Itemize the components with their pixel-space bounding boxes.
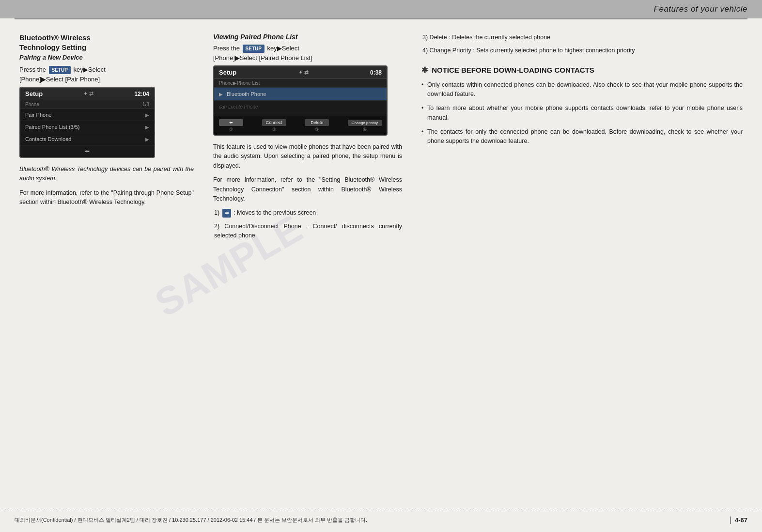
notice-asterisk: ✱ (421, 66, 428, 74)
screen2-controls: ⬅ ① Connect ② Delete ③ Change priority ④ (214, 116, 387, 135)
menu-item-contacts: Contacts Download ▶ (20, 133, 154, 145)
back-icon-badge: ⬅ (222, 209, 231, 218)
item-bullet-1: ▶ (219, 92, 223, 97)
menu-item-paired-list: Paired Phone List (3/5) ▶ (20, 121, 154, 133)
mid-numbered-list: 1) ⬅ : Moves to the previous screen 2) C… (213, 208, 402, 240)
ctrl-change-priority: Change priority ④ (348, 120, 382, 132)
setup-screen-mid: Setup ✦ ⇄ 0:38 Phone▶Phone List ▶ Blueto… (213, 65, 388, 136)
page-footer: 대외비문서(Confidential) / 현대모비스 멀티설계2팀 / 대리 … (0, 508, 762, 532)
col-left: Bluetooth® Wireless Technology Setting P… (19, 33, 203, 498)
right-list-item-3: 3) Delete : Deletes the currently select… (421, 33, 743, 42)
screen2-time: 0:38 (370, 69, 382, 76)
left-press-key: Press the SETUP key▶Select [Phone]▶Selec… (19, 65, 194, 84)
left-section-title: Bluetooth® Wireless Technology Setting (19, 33, 194, 52)
page-header: Features of your vehicle (0, 0, 762, 18)
screen2-item-bluetooth: ▶ Bluetooth Phone (214, 88, 387, 101)
ctrl-connect: Connect ② (262, 119, 286, 132)
notice-bullet-3: The contacts for only the connected phon… (421, 127, 743, 146)
notice-bullet-2: To learn more about whether your mobile … (421, 104, 743, 123)
main-content: Bluetooth® Wireless Technology Setting P… (0, 18, 762, 508)
screen-icons-left: ✦ ⇄ (83, 91, 93, 97)
notice-title: ✱ NOTICE BEFORE DOWN-LOADING CONTACTS (421, 65, 743, 76)
screen2-icons: ✦ ⇄ (298, 69, 309, 76)
screen-submenu-left: Phone 1/3 (20, 100, 154, 109)
menu-item-pair-phone: Pair Phone ▶ (20, 109, 154, 121)
screen-header-left: Setup ✦ ⇄ 12:04 (20, 88, 154, 100)
notice-bullet-list: Only contacts within connected phones ca… (421, 80, 743, 146)
notice-bullet-1: Only contacts within connected phones ca… (421, 80, 743, 99)
right-list-item-4: 4) Change Priority : Sets currently sele… (421, 46, 743, 55)
left-body-2: For more information, refer to the "Pair… (19, 188, 194, 207)
mid-press-key: Press the SETUP key▶Select [Phone]▶Selec… (213, 44, 402, 63)
back-arrow-left: ⬅ (85, 148, 90, 155)
setup-screen-left: Setup ✦ ⇄ 12:04 Phone 1/3 Pair Phone ▶ P… (19, 87, 155, 158)
mid-section-title: Viewing Paired Phone List (213, 33, 402, 41)
screen2-spacer (214, 112, 387, 116)
mid-list-item-1: 1) ⬅ : Moves to the previous screen (213, 208, 402, 218)
screen2-title: Setup (219, 69, 236, 76)
screen2-submenu: Phone▶Phone List (214, 79, 387, 88)
screen-title-left: Setup (25, 90, 43, 97)
mid-list-item-2: 2) Connect/Disconnect Phone : Connect/ d… (213, 222, 402, 241)
mid-body-1: This feature is used to view mobile phon… (213, 142, 402, 171)
setup-key-badge-left: SETUP (49, 66, 71, 74)
col-mid: Viewing Paired Phone List Press the SETU… (203, 33, 412, 498)
screen-time-left: 12:04 (134, 91, 149, 97)
grayed-text: can Locate Phone (219, 104, 258, 110)
screen2-item-grayed: can Locate Phone (214, 101, 387, 112)
mid-body-2: For more information, refer to the "Sett… (213, 175, 402, 203)
screen-footer-left: ⬅ (20, 145, 154, 157)
setup-key-badge-mid: SETUP (243, 45, 264, 53)
notice-section: ✱ NOTICE BEFORE DOWN-LOADING CONTACTS On… (421, 65, 743, 146)
header-title: Features of your vehicle (654, 4, 747, 14)
footer-confidential-text: 대외비문서(Confidential) / 현대모비스 멀티설계2팀 / 대리 … (15, 516, 367, 524)
left-subtitle: Pairing a New Device (19, 54, 194, 61)
screen2-header: Setup ✦ ⇄ 0:38 (214, 66, 387, 79)
left-body-1: Bluetooth® Wireless Technology devices c… (19, 165, 194, 184)
footer-page-number: 4-67 (730, 516, 747, 524)
ctrl-back: ⬅ ① (219, 119, 243, 132)
ctrl-delete: Delete ③ (305, 119, 329, 132)
col-right: 3) Delete : Deletes the currently select… (412, 33, 743, 498)
